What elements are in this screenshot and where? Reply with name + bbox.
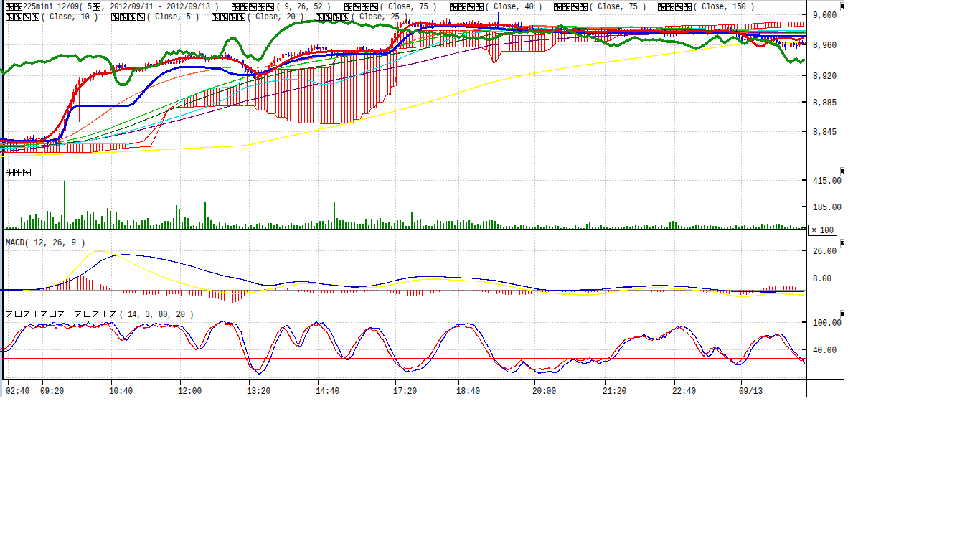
svg-text:22:40: 22:40 — [672, 386, 696, 397]
svg-text:8,920: 8,920 — [813, 71, 837, 82]
svg-text:13:20: 13:20 — [247, 386, 270, 397]
svg-text:17:20: 17:20 — [393, 386, 417, 397]
svg-text:14:40: 14:40 — [316, 386, 339, 397]
svg-text:×: × — [811, 226, 816, 236]
svg-text:, 2012/09/11 - 2012/09/13 ): , 2012/09/11 - 2012/09/13 ) — [101, 2, 219, 12]
svg-text:( Close, 75 ): ( Close, 75 ) — [589, 2, 646, 12]
svg-text:02:40: 02:40 — [6, 386, 29, 397]
svg-text:9,000: 9,000 — [813, 10, 837, 21]
svg-text:8,845: 8,845 — [813, 127, 837, 138]
svg-text:( 14, 3, 80, 20 ): ( 14, 3, 80, 20 ) — [119, 310, 194, 320]
svg-text:8,960: 8,960 — [813, 40, 837, 51]
svg-text:MACD( 12, 26, 9 ): MACD( 12, 26, 9 ) — [6, 238, 85, 248]
svg-text:10:40: 10:40 — [109, 386, 133, 397]
svg-text:40.00: 40.00 — [813, 345, 837, 356]
svg-text:( Close, 20 ): ( Close, 20 ) — [247, 12, 304, 22]
svg-text:8,885: 8,885 — [813, 98, 837, 108]
svg-text:8.00: 8.00 — [813, 273, 831, 284]
svg-text:12:00: 12:00 — [178, 386, 202, 397]
svg-text:( Close, 10 ): ( Close, 10 ) — [41, 12, 98, 22]
svg-text:( Close, 5 ): ( Close, 5 ) — [146, 12, 199, 22]
svg-text:( Close, 40 ): ( Close, 40 ) — [485, 2, 542, 12]
svg-text:100.00: 100.00 — [813, 318, 842, 329]
svg-text:( 9, 26, 52 ): ( 9, 26, 52 ) — [276, 2, 331, 12]
svg-text:185.00: 185.00 — [813, 202, 842, 213]
svg-text:20:00: 20:00 — [532, 386, 556, 397]
svg-text:26.00: 26.00 — [813, 246, 837, 257]
svg-text:18:40: 18:40 — [456, 386, 480, 397]
svg-text:415.00: 415.00 — [813, 176, 842, 187]
svg-text:21:20: 21:20 — [603, 386, 626, 397]
svg-text:100: 100 — [820, 226, 834, 236]
svg-text:09/13: 09/13 — [739, 386, 763, 397]
svg-text:225mini 12/09( 5: 225mini 12/09( 5 — [23, 2, 92, 12]
svg-text:( Close, 150 ): ( Close, 150 ) — [693, 2, 755, 12]
svg-text:( Close, 75 ): ( Close, 75 ) — [380, 2, 437, 12]
svg-text:( Close, 25 ): ( Close, 25 ) — [351, 12, 408, 22]
svg-text:09:20: 09:20 — [40, 386, 64, 397]
